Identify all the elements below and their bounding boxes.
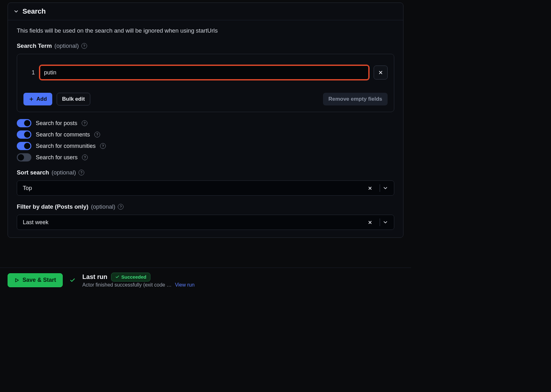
plus-icon	[29, 97, 34, 102]
toggle-comments[interactable]	[17, 130, 31, 139]
filter-date-label: Filter by date (Posts only)	[17, 203, 88, 210]
help-icon[interactable]: ?	[81, 43, 87, 49]
separator	[380, 218, 380, 226]
section-description: This fields will be used on the search a…	[17, 27, 394, 34]
search-term-row: 1	[23, 65, 388, 80]
toggle-group: Search for posts ? Search for comments ?…	[17, 119, 394, 161]
help-icon[interactable]: ?	[79, 170, 84, 175]
play-icon	[14, 278, 19, 283]
search-term-label-row: Search Term (optional) ?	[17, 42, 394, 49]
section-body: This fields will be used on the search a…	[8, 20, 403, 237]
filter-date-optional: (optional)	[91, 203, 115, 210]
toggle-users[interactable]	[17, 153, 31, 161]
save-start-button[interactable]: Save & Start	[8, 273, 63, 287]
help-icon[interactable]: ?	[82, 120, 87, 126]
search-term-optional: (optional)	[54, 42, 79, 49]
help-icon[interactable]: ?	[100, 143, 106, 149]
toggle-comments-label: Search for comments	[36, 131, 90, 138]
sort-value: Top	[23, 185, 368, 192]
svg-marker-8	[16, 278, 18, 282]
toggle-row-posts: Search for posts ?	[17, 119, 394, 127]
remove-empty-button: Remove empty fields	[323, 93, 388, 105]
last-run-subtext: Actor finished successfully (exit code …	[82, 282, 172, 288]
status-text: Succeeded	[121, 274, 146, 280]
status-pill: Succeeded	[111, 273, 150, 281]
toggle-users-label: Search for users	[36, 154, 78, 161]
bulk-edit-label: Bulk edit	[62, 96, 85, 102]
separator	[380, 184, 380, 192]
last-run-subtext-row: Actor finished successfully (exit code ……	[82, 282, 194, 288]
line-number: 1	[23, 69, 35, 76]
view-run-link[interactable]: View run	[175, 282, 194, 288]
bottom-bar: Save & Start Last run Succeeded Actor fi…	[0, 268, 411, 292]
add-button[interactable]: Add	[23, 93, 52, 105]
search-term-label: Search Term	[17, 42, 52, 49]
help-icon[interactable]: ?	[94, 132, 100, 137]
sort-label: Sort search	[17, 169, 49, 176]
search-term-input-wrap[interactable]	[39, 65, 369, 80]
last-run-block: Last run Succeeded Actor finished succes…	[82, 273, 194, 288]
toggle-row-users: Search for users ?	[17, 153, 394, 161]
check-icon	[70, 277, 75, 283]
filter-date-field: Filter by date (Posts only) (optional) ?…	[17, 203, 394, 230]
add-button-label: Add	[36, 96, 47, 102]
sort-optional: (optional)	[52, 169, 76, 176]
help-icon[interactable]: ?	[118, 204, 124, 210]
search-panel: Search This fields will be used on the s…	[8, 3, 403, 238]
chevron-down-icon[interactable]	[383, 219, 391, 225]
search-term-card: 1 Add Bulk edit	[17, 54, 394, 112]
toggle-communities[interactable]	[17, 142, 31, 150]
toggle-communities-label: Search for communities	[36, 143, 96, 149]
bulk-edit-button[interactable]: Bulk edit	[57, 93, 90, 105]
remove-empty-label: Remove empty fields	[328, 96, 382, 102]
section-title: Search	[22, 7, 46, 16]
chevron-down-icon	[13, 8, 19, 15]
chevron-down-icon[interactable]	[383, 185, 391, 191]
check-icon	[115, 275, 119, 279]
search-term-input[interactable]	[44, 69, 364, 76]
toggle-row-communities: Search for communities ?	[17, 142, 394, 150]
sort-select[interactable]: Top	[17, 180, 394, 196]
toggle-posts[interactable]	[17, 119, 31, 127]
close-icon	[378, 70, 383, 75]
clear-icon[interactable]	[368, 220, 377, 225]
save-start-label: Save & Start	[22, 277, 56, 283]
toggle-row-comments: Search for comments ?	[17, 130, 394, 139]
remove-term-button[interactable]	[374, 66, 388, 79]
section-header[interactable]: Search	[8, 3, 403, 20]
filter-date-value: Last week	[23, 219, 368, 226]
clear-icon[interactable]	[368, 186, 377, 191]
toggle-posts-label: Search for posts	[36, 120, 77, 127]
help-icon[interactable]: ?	[82, 155, 88, 160]
last-run-label: Last run	[82, 273, 107, 281]
sort-search-field: Sort search (optional) ? Top	[17, 169, 394, 196]
term-actions: Add Bulk edit Remove empty fields	[23, 93, 388, 105]
filter-date-select[interactable]: Last week	[17, 215, 394, 230]
